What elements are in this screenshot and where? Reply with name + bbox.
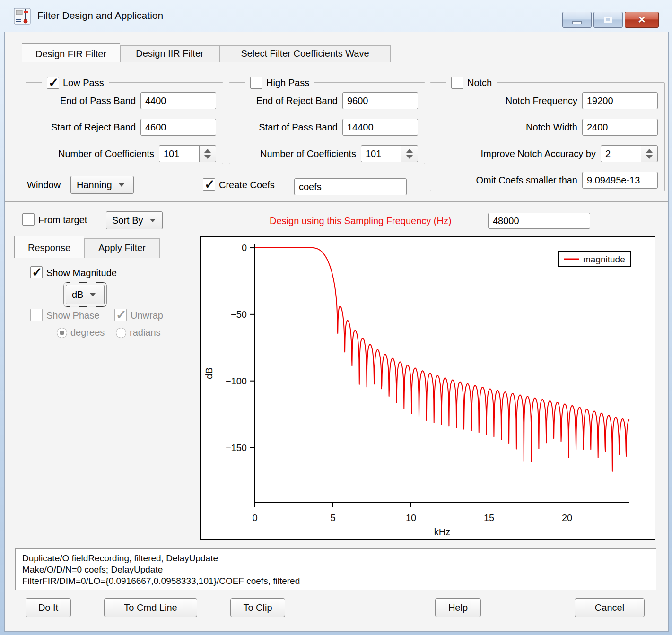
- spinner-up-icon[interactable]: [406, 149, 413, 153]
- chevron-down-icon: [90, 293, 96, 296]
- low-pass-group: Low Pass End of Pass Band Start of Rejec…: [26, 82, 223, 164]
- close-button[interactable]: ✕: [625, 12, 659, 28]
- show-phase-checkbox[interactable]: [30, 309, 43, 321]
- field-row: Notch Frequency: [430, 92, 658, 109]
- tab-design-fir-filter[interactable]: Design FIR Filter: [22, 43, 120, 62]
- end-of-pass-band-input[interactable]: [140, 92, 216, 109]
- notch-group: Notch Notch Frequency Notch Width Improv…: [430, 82, 665, 191]
- notch-width-input[interactable]: [582, 119, 658, 136]
- high-pass-header: High Pass: [245, 75, 314, 90]
- spinner-down-icon[interactable]: [204, 155, 211, 159]
- sampling-frequency-label: Design using this Sampling Frequency (Hz…: [270, 216, 452, 226]
- notch-accuracy-input[interactable]: [601, 145, 641, 162]
- field-label: Omit Coefs smaller than: [476, 175, 577, 186]
- field-label: Notch Width: [526, 122, 577, 133]
- magnitude-curve: [255, 248, 629, 471]
- field-row: Start of Reject Band: [26, 119, 216, 136]
- unwrap-checkbox[interactable]: [114, 309, 127, 321]
- tab-response[interactable]: Response: [14, 236, 84, 258]
- dialog-body: Design FIR Filter Design IIR Filter Sele…: [4, 32, 669, 632]
- field-label: End of Reject Band: [256, 96, 338, 106]
- close-icon: ✕: [637, 12, 646, 27]
- command-line: Make/O/D/N=0 coefs; DelayUpdate: [22, 564, 649, 575]
- field-row: Notch Width: [430, 119, 658, 136]
- sort-by-dropdown[interactable]: Sort By: [106, 211, 163, 229]
- help-button[interactable]: Help: [435, 598, 481, 617]
- high-pass-coefficients-spinner[interactable]: [401, 145, 418, 162]
- sort-by-value: Sort By: [112, 215, 143, 226]
- app-window: Filter Design and Application ✕ Design F…: [0, 0, 672, 635]
- field-row: Number of Coefficients: [26, 145, 216, 162]
- svg-text:kHz: kHz: [434, 527, 450, 537]
- tab-apply-filter[interactable]: Apply Filter: [84, 238, 160, 258]
- coefs-wave-name-input[interactable]: [294, 178, 407, 195]
- radians-radio[interactable]: [116, 328, 126, 338]
- maximize-button[interactable]: [593, 12, 623, 28]
- svg-text:20: 20: [562, 513, 572, 523]
- window-function-dropdown[interactable]: Hanning: [70, 176, 134, 194]
- svg-text:0: 0: [242, 243, 247, 253]
- response-plot-frame: 051015200−50−100−150kHzdBmagnitude: [200, 236, 655, 540]
- tab-select-filter-coefficients-wave[interactable]: Select Filter Coefficients Wave: [219, 45, 391, 62]
- field-label: Start of Reject Band: [51, 122, 136, 133]
- show-magnitude-checkbox[interactable]: [30, 266, 43, 278]
- end-of-reject-band-input[interactable]: [342, 92, 418, 109]
- notch-checkbox[interactable]: [451, 77, 463, 89]
- spinner-up-icon[interactable]: [204, 149, 211, 153]
- maximize-icon: [604, 17, 612, 23]
- low-pass-checkbox[interactable]: [47, 77, 59, 89]
- do-it-button[interactable]: Do It: [26, 598, 71, 617]
- low-pass-header: Low Pass: [42, 75, 109, 90]
- from-target-label: From target: [38, 215, 87, 226]
- svg-text:10: 10: [406, 513, 416, 523]
- field-row: Omit Coefs smaller than: [430, 172, 658, 189]
- to-cmd-line-button[interactable]: To Cmd Line: [104, 598, 197, 617]
- sampling-frequency-input[interactable]: [488, 213, 590, 229]
- legend-label: magnitude: [583, 254, 625, 264]
- low-pass-coefficients-input[interactable]: [159, 145, 200, 162]
- command-preview: Duplicate/O fieldRecording, filtered; De…: [15, 548, 656, 590]
- svg-text:15: 15: [484, 513, 494, 523]
- to-clip-button[interactable]: To Clip: [230, 598, 285, 617]
- low-pass-label: Low Pass: [63, 78, 104, 88]
- spinner-up-icon[interactable]: [646, 149, 653, 153]
- spinner-down-icon[interactable]: [646, 155, 653, 159]
- high-pass-checkbox[interactable]: [250, 77, 262, 89]
- field-row: Start of Pass Band: [229, 119, 418, 136]
- field-row: Improve Notch Accuracy by: [430, 145, 658, 162]
- tab-design-iir-filter[interactable]: Design IIR Filter: [120, 45, 219, 62]
- start-of-reject-band-input[interactable]: [140, 119, 216, 136]
- field-row: Number of Coefficients: [229, 145, 418, 162]
- chevron-down-icon: [150, 219, 156, 222]
- svg-text:5: 5: [330, 513, 335, 523]
- spinner-down-icon[interactable]: [406, 155, 413, 159]
- radians-label: radians: [130, 327, 161, 338]
- svg-text:0: 0: [252, 513, 257, 523]
- magnitude-units-dropdown[interactable]: dB: [66, 285, 105, 304]
- field-row: End of Reject Band: [229, 92, 418, 109]
- cancel-button[interactable]: Cancel: [575, 598, 645, 617]
- low-pass-coefficients-spinner[interactable]: [199, 145, 216, 162]
- show-phase-label: Show Phase: [46, 310, 99, 321]
- title-bar[interactable]: Filter Design and Application ✕: [0, 0, 672, 32]
- start-of-pass-band-input[interactable]: [342, 119, 418, 136]
- degrees-radio[interactable]: [57, 328, 67, 338]
- plot-axes: [255, 244, 629, 502]
- minimize-icon: [572, 21, 582, 24]
- minimize-button[interactable]: [562, 12, 592, 28]
- svg-text:−100: −100: [226, 376, 247, 386]
- omit-coefs-input[interactable]: [582, 172, 658, 189]
- window-title: Filter Design and Application: [37, 0, 163, 32]
- notch-label: Notch: [467, 78, 492, 88]
- notch-frequency-input[interactable]: [582, 92, 658, 109]
- svg-text:dB: dB: [204, 367, 214, 379]
- chevron-down-icon: [119, 183, 124, 187]
- degrees-label: degrees: [70, 327, 105, 338]
- window-function-value: Hanning: [77, 180, 112, 191]
- field-label: Start of Pass Band: [259, 122, 338, 133]
- from-target-checkbox[interactable]: [22, 213, 35, 226]
- high-pass-coefficients-input[interactable]: [361, 145, 401, 162]
- create-coefs-checkbox[interactable]: [203, 178, 215, 191]
- notch-accuracy-spinner[interactable]: [641, 145, 658, 162]
- field-label: Number of Coefficients: [260, 148, 356, 159]
